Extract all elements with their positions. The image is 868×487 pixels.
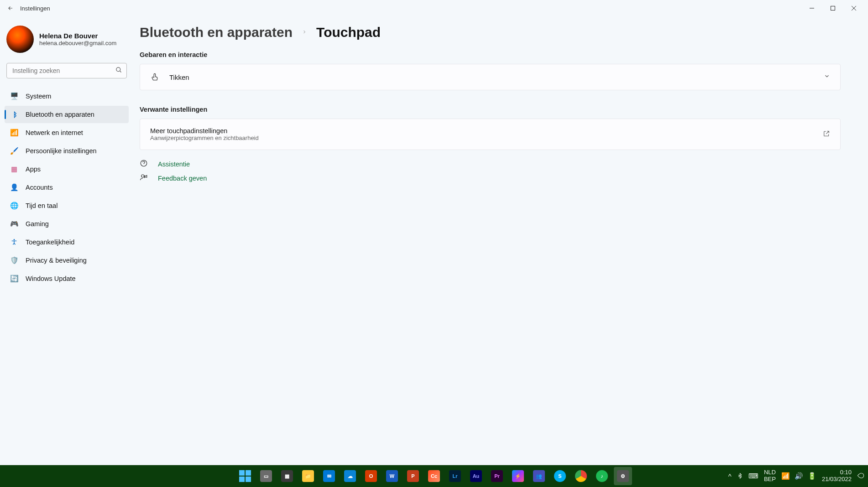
search-input[interactable] [6,63,127,78]
tray-clock[interactable]: 0:10 21/03/2022 [822,469,852,483]
taskbar-word[interactable]: W [383,467,401,485]
system-tray: ^ ⌨ NLD BEP 📶 🔊 🔋 0:10 21/03/2022 [728,469,868,483]
tray-date: 21/03/2022 [822,476,852,483]
nav-label: Privacy & beveiliging [26,257,87,264]
nav-apps[interactable]: ▦ Apps [5,161,129,178]
taskbar-skype[interactable]: S [551,467,569,485]
taskbar-start[interactable] [236,467,254,485]
nav-label: Tijd en taal [26,202,58,209]
tray-lang2: BEP [764,476,776,483]
tray-time: 0:10 [840,469,852,476]
nav-label: Netwerk en internet [26,129,83,136]
svg-point-8 [141,175,144,177]
card-title: Meer touchpadinstellingen [150,127,259,135]
person-icon: 👤 [10,183,18,192]
taskbar-onedrive[interactable]: ☁ [341,467,359,485]
taskbar-premiere[interactable]: Pr [488,467,506,485]
nav-label: Accounts [26,184,53,191]
card-label: Tikken [169,73,189,81]
wifi-icon: 📶 [10,129,18,137]
nav-label: Bluetooth en apparaten [26,111,94,118]
nav-update[interactable]: 🔄 Windows Update [5,270,129,287]
back-button[interactable] [4,1,17,15]
svg-rect-1 [831,6,835,10]
nav-label: Persoonlijke instellingen [26,147,97,155]
shield-icon: 🛡️ [10,256,18,264]
taskbar-explorer[interactable]: 📁 [299,467,317,485]
card-subtitle: Aanwijzerpictogrammen en zichtbaarheid [150,135,259,141]
taskbar-teams[interactable]: 👥 [530,467,548,485]
card-more-touchpad[interactable]: Meer touchpadinstellingen Aanwijzerpicto… [140,119,841,150]
breadcrumb: Bluetooth en apparaten Touchpad [140,25,841,40]
taskbar-settings[interactable]: ⚙ [614,467,632,485]
profile-email: helena.debouver@gmail.com [39,40,116,47]
nav-list: 🖥️ Systeem Bluetooth en apparaten 📶 Netw… [5,88,129,287]
profile-block[interactable]: Helena De Bouver helena.debouver@gmail.c… [5,22,129,63]
tray-lang1: NLD [764,469,776,476]
search-icon [115,67,122,75]
taskbar-chrome[interactable] [572,467,590,485]
taskbar: ▭ ▦ 📁 ✉ ☁ O W P Cc Lr Au Pr ⚡ 👥 S ♪ ⚙ ^ … [0,465,868,487]
nav-personalization[interactable]: 🖌️ Persoonlijke instellingen [5,142,129,160]
tray-notifications-icon[interactable] [857,472,864,481]
tray-volume-icon: 🔊 [795,472,803,480]
nav-privacy[interactable]: 🛡️ Privacy & beveiliging [5,252,129,269]
nav-label: Gaming [26,220,49,228]
card-taps[interactable]: Tikken [140,64,841,90]
help-icon [140,159,149,169]
link-feedback[interactable]: Feedback geven [140,173,841,183]
feedback-icon [140,173,149,183]
tray-input-icon[interactable]: ⌨ [748,472,758,480]
gamepad-icon: 🎮 [10,220,18,228]
breadcrumb-current: Touchpad [316,25,381,40]
nav-time[interactable]: 🌐 Tijd en taal [5,197,129,214]
taskbar-center: ▭ ▦ 📁 ✉ ☁ O W P Cc Lr Au Pr ⚡ 👥 S ♪ ⚙ [236,467,632,485]
nav-bluetooth[interactable]: Bluetooth en apparaten [5,106,129,123]
nav-network[interactable]: 📶 Netwerk en internet [5,124,129,141]
close-button[interactable] [843,1,864,15]
taskbar-spotify[interactable]: ♪ [593,467,611,485]
main-content: Bluetooth en apparaten Touchpad Gebaren … [133,16,868,465]
bluetooth-icon [10,110,18,119]
minimize-button[interactable] [801,1,822,15]
svg-line-5 [120,71,121,72]
nav-label: Toegankelijkheid [26,238,74,246]
chevron-right-icon [302,28,307,36]
tray-chevron-icon[interactable]: ^ [728,472,732,480]
svg-point-6 [14,239,15,240]
chevron-down-icon [824,73,830,81]
tap-icon [150,73,159,82]
taskbar-messenger[interactable]: ⚡ [509,467,527,485]
sidebar: Helena De Bouver helena.debouver@gmail.c… [0,16,133,465]
nav-accounts[interactable]: 👤 Accounts [5,179,129,196]
taskbar-mail[interactable]: ✉ [320,467,338,485]
monitor-icon: 🖥️ [10,92,18,100]
maximize-button[interactable] [822,1,843,15]
nav-label: Windows Update [26,275,76,282]
nav-accessibility[interactable]: Toegankelijkheid [5,233,129,251]
taskbar-powerpoint[interactable]: P [404,467,422,485]
tray-quick-settings[interactable]: 📶 🔊 🔋 [781,472,816,480]
taskbar-audition[interactable]: Au [467,467,485,485]
link-label: Assistentie [158,161,190,168]
accessibility-icon [10,238,18,246]
section-related-heading: Verwante instellingen [140,106,841,113]
titlebar: Instellingen [0,0,868,16]
nav-label: Apps [26,166,41,173]
taskbar-calculator[interactable]: ▦ [278,467,296,485]
taskbar-office[interactable]: O [362,467,380,485]
taskbar-lightroom[interactable]: Lr [446,467,464,485]
avatar [6,26,34,53]
tray-battery-icon: 🔋 [808,472,816,480]
breadcrumb-parent[interactable]: Bluetooth en apparaten [140,25,293,40]
taskbar-taskview[interactable]: ▭ [257,467,275,485]
section-gestures-heading: Gebaren en interactie [140,51,841,58]
nav-system[interactable]: 🖥️ Systeem [5,88,129,105]
nav-gaming[interactable]: 🎮 Gaming [5,215,129,233]
link-label: Feedback geven [158,175,207,182]
tray-language[interactable]: NLD BEP [764,469,776,483]
link-help[interactable]: Assistentie [140,159,841,169]
tray-bluetooth-icon[interactable] [737,472,743,480]
nav-label: Systeem [26,93,51,100]
taskbar-creative-cloud[interactable]: Cc [425,467,443,485]
